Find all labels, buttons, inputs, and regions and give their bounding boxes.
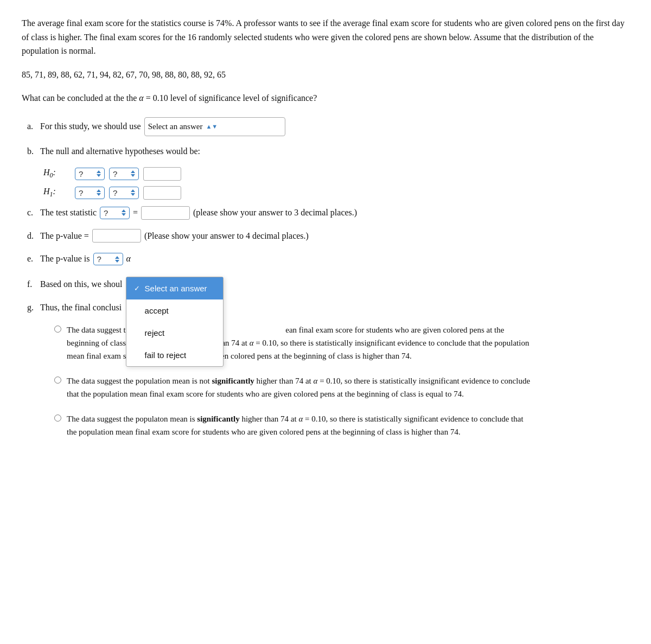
h1-row: H1: ? ? — [43, 186, 629, 200]
radio-1[interactable] — [54, 326, 61, 333]
part-d-input[interactable] — [92, 229, 141, 243]
checkmark-icon: ✓ — [134, 282, 142, 295]
r3-bold-1: significantly — [197, 415, 239, 423]
radio-option-3: The data suggest the populaton mean is s… — [54, 412, 629, 438]
significance-question: What can be concluded at the the α = 0.1… — [22, 91, 629, 105]
h1-select-1[interactable]: ? — [75, 187, 105, 199]
problem-container: The average final exam score for the sta… — [22, 16, 629, 438]
part-a-select-wrapper[interactable]: Select an answer ▲▼ — [144, 117, 285, 136]
radio-2-label[interactable]: The data suggest the population mean is … — [67, 374, 533, 400]
part-f: f. Based on this, we shoul ✓ Select an a… — [27, 275, 629, 292]
part-e-label: e. — [27, 251, 37, 267]
part-e: e. The p-value is ? α — [27, 251, 629, 267]
dropdown-item-select-answer[interactable]: ✓ Select an answer — [126, 277, 223, 299]
radio-2[interactable] — [54, 377, 61, 384]
part-d: d. The p-value = (Please show your answe… — [27, 228, 629, 244]
h0-row: H0: ? ? — [43, 167, 629, 181]
part-c-text1: The test statistic — [40, 205, 97, 221]
part-e-alpha: α — [126, 251, 131, 267]
data-values: 85, 71, 89, 88, 62, 71, 94, 82, 67, 70, … — [22, 68, 629, 82]
h1-label: H1: — [43, 187, 71, 199]
part-b-text: The null and alternative hypotheses woul… — [40, 144, 200, 160]
h1-select-2[interactable]: ? — [109, 187, 139, 199]
h1-value-input[interactable] — [143, 186, 181, 200]
h0-label: H0: — [43, 168, 71, 180]
r2-bold-1: significantly — [212, 377, 254, 385]
h0-select-1[interactable]: ? — [75, 168, 105, 180]
part-f-label: f. — [27, 277, 37, 292]
h1-block: H1: ? ? — [43, 186, 629, 200]
part-a-label: a. — [27, 119, 37, 135]
dropdown-item-fail-to-reject[interactable]: fail to reject — [126, 344, 223, 366]
part-c-spinner[interactable]: ? — [100, 207, 130, 219]
part-a: a. For this study, we should use Select … — [27, 117, 629, 136]
dropdown-fail-to-reject-label: fail to reject — [145, 348, 187, 362]
part-c: c. The test statistic ? = (please show y… — [27, 205, 629, 221]
part-b-label: b. — [27, 144, 37, 160]
h0-block: H0: ? ? — [43, 167, 629, 181]
part-g-text: Thus, the final conclusi — [40, 300, 122, 316]
radio-3[interactable] — [54, 415, 61, 422]
part-c-text2: (please show your answer to 3 decimal pl… — [193, 205, 357, 221]
part-a-text: For this study, we should use — [40, 119, 141, 135]
part-g: g. Thus, the final conclusi — [27, 300, 629, 316]
part-a-select-value: Select an answer — [148, 119, 203, 134]
part-c-label: c. — [27, 205, 37, 221]
part-d-text2: (Please show your answer to 4 decimal pl… — [144, 228, 309, 244]
radio-option-2: The data suggest the population mean is … — [54, 374, 629, 400]
part-d-text1: The p-value = — [40, 228, 89, 244]
part-e-text1: The p-value is — [40, 251, 90, 267]
dropdown-reject-label: reject — [145, 326, 165, 340]
part-f-text1: Based on this, we shoul — [40, 277, 123, 292]
h0-select-2[interactable]: ? — [109, 168, 139, 180]
dropdown-item-reject[interactable]: reject — [126, 322, 223, 344]
part-a-arrow-icon[interactable]: ▲▼ — [206, 122, 218, 132]
part-c-input[interactable] — [141, 206, 190, 220]
part-b: b. The null and alternative hypotheses w… — [27, 144, 629, 160]
problem-text: The average final exam score for the sta… — [22, 16, 629, 58]
dropdown-item-label: Select an answer — [145, 281, 207, 296]
h0-value-input[interactable] — [143, 167, 181, 181]
parts-container: a. For this study, we should use Select … — [27, 117, 629, 438]
dropdown-accept-label: accept — [145, 303, 169, 318]
radio-3-label[interactable]: The data suggest the populaton mean is s… — [67, 412, 533, 438]
dropdown-item-accept[interactable]: accept — [126, 299, 223, 322]
part-f-dropdown-menu: ✓ Select an answer accept reject fail to… — [126, 277, 224, 367]
part-c-equals: = — [133, 205, 138, 221]
part-e-spinner[interactable]: ? — [93, 253, 123, 265]
part-d-label: d. — [27, 228, 37, 244]
part-g-label: g. — [27, 300, 37, 316]
